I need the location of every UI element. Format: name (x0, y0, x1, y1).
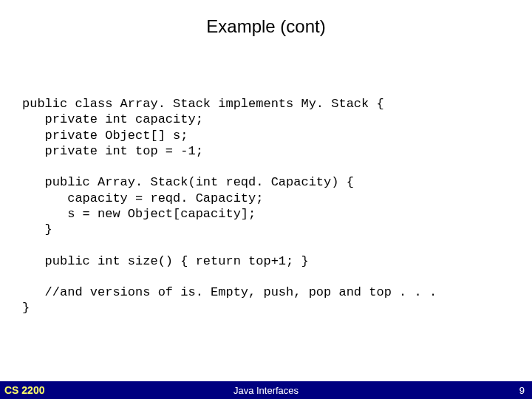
code-line: public class Array. Stack implements My.… (22, 97, 384, 111)
slide: Example (cont) public class Array. Stack… (0, 0, 532, 399)
footer-bar: CS 2200 Java Interfaces 9 (0, 381, 532, 399)
code-line: } (22, 222, 52, 236)
code-line: private int capacity; (22, 112, 203, 126)
code-line: s = new Object[capacity]; (22, 207, 256, 221)
code-line: public Array. Stack(int reqd. Capacity) … (22, 175, 354, 189)
code-line: public int size() { return top+1; } (22, 254, 309, 268)
slide-title: Example (cont) (0, 0, 532, 37)
code-block: public class Array. Stack implements My.… (22, 96, 437, 316)
footer-page-number: 9 (519, 381, 532, 399)
code-line: private Object[] s; (22, 129, 188, 143)
code-line: } (22, 301, 30, 315)
code-line: private int top = -1; (22, 144, 203, 158)
footer-course-code: CS 2200 (0, 381, 44, 399)
code-line: capacity = reqd. Capacity; (22, 191, 263, 205)
footer-topic: Java Interfaces (233, 385, 299, 396)
code-line: //and versions of is. Empty, push, pop a… (22, 285, 437, 299)
